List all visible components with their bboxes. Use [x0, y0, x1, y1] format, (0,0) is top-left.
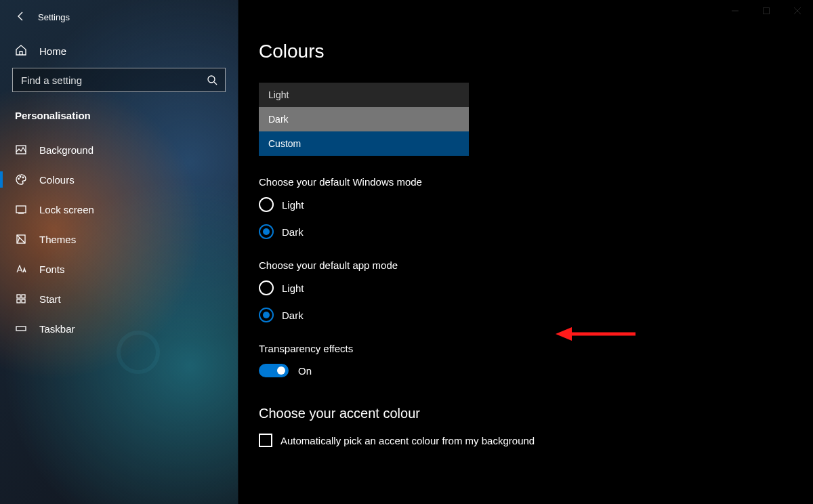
radio-icon [259, 308, 274, 322]
fonts-icon [15, 263, 27, 275]
dropdown-option-dark[interactable]: Dark [259, 107, 469, 131]
sidebar-item-label: Fonts [39, 264, 65, 275]
svg-point-3 [20, 176, 21, 177]
back-button[interactable] [15, 11, 26, 24]
svg-point-4 [22, 177, 24, 178]
app-mode-light-radio[interactable]: Light [259, 280, 813, 295]
sidebar-item-label: Background [39, 144, 93, 156]
search-input[interactable] [12, 68, 226, 92]
radio-label: Light [282, 282, 304, 294]
sidebar-item-label: Colours [39, 174, 75, 186]
transparency-state-label: On [298, 365, 312, 377]
svg-point-0 [208, 76, 215, 83]
start-icon [15, 293, 27, 305]
transparency-heading: Transparency effects [259, 343, 813, 354]
radio-label: Light [282, 199, 304, 211]
lock-screen-icon [15, 203, 27, 215]
app-mode-heading: Choose your default app mode [259, 259, 813, 271]
dropdown-option-custom[interactable]: Custom [259, 131, 469, 156]
windows-mode-heading: Choose your default Windows mode [259, 176, 813, 188]
app-title: Settings [38, 12, 70, 22]
search-icon [207, 75, 217, 88]
svg-rect-5 [16, 206, 26, 213]
taskbar-icon [15, 322, 27, 335]
windows-mode-dark-radio[interactable]: Dark [259, 224, 813, 239]
sidebar-item-start[interactable]: Start [0, 284, 238, 314]
colour-mode-dropdown[interactable]: Light Dark Custom [259, 83, 469, 156]
sidebar-item-label: Start [39, 293, 61, 305]
home-icon [15, 44, 27, 58]
sidebar-item-colours[interactable]: Colours [0, 165, 238, 194]
svg-rect-11 [16, 327, 26, 331]
sidebar-item-taskbar[interactable]: Taskbar [0, 314, 238, 343]
page-title: Colours [259, 41, 813, 62]
sidebar-section-personalisation: Personalisation [0, 102, 238, 135]
sidebar-item-themes[interactable]: Themes [0, 224, 238, 254]
palette-icon [15, 173, 27, 186]
dropdown-option-light[interactable]: Light [259, 83, 469, 107]
auto-accent-checkbox-row[interactable]: Automatically pick an accent colour from… [259, 434, 813, 447]
annotation-arrow [556, 325, 637, 343]
sidebar-item-lock-screen[interactable]: Lock screen [0, 194, 238, 224]
radio-icon [259, 197, 274, 212]
window-caption-buttons [720, 0, 813, 22]
maximize-button[interactable] [751, 0, 782, 22]
svg-marker-13 [556, 327, 572, 341]
settings-window: Settings Home Personalisation Background [0, 0, 813, 504]
svg-rect-8 [22, 295, 25, 298]
sidebar-home[interactable]: Home [0, 40, 238, 68]
sidebar-nav: Background Colours Lock screen Themes Fo… [0, 135, 238, 343]
svg-rect-9 [17, 299, 20, 303]
accent-colour-heading: Choose your accent colour [259, 406, 813, 421]
themes-icon [15, 233, 27, 245]
transparency-toggle[interactable] [259, 364, 289, 377]
close-button[interactable] [782, 0, 813, 22]
image-icon [15, 144, 27, 156]
minimize-button[interactable] [720, 0, 751, 22]
sidebar-item-fonts[interactable]: Fonts [0, 254, 238, 284]
radio-label: Dark [282, 310, 304, 321]
svg-rect-15 [764, 8, 770, 14]
radio-label: Dark [282, 226, 304, 238]
windows-mode-light-radio[interactable]: Light [259, 197, 813, 212]
checkbox-icon [259, 434, 272, 447]
svg-point-2 [18, 178, 20, 180]
main-content: Colours Light Dark Custom Choose your de… [238, 0, 813, 504]
radio-icon [259, 224, 274, 239]
sidebar-item-label: Taskbar [39, 323, 75, 335]
sidebar-item-background[interactable]: Background [0, 135, 238, 165]
app-mode-dark-radio[interactable]: Dark [259, 308, 813, 322]
sidebar-item-label: Lock screen [39, 204, 94, 215]
sidebar-item-label: Themes [39, 234, 76, 245]
sidebar: Settings Home Personalisation Background [0, 0, 238, 504]
svg-rect-10 [22, 299, 25, 303]
sidebar-home-label: Home [39, 45, 66, 57]
auto-accent-label: Automatically pick an accent colour from… [280, 435, 535, 446]
svg-rect-7 [17, 295, 20, 298]
radio-icon [259, 280, 274, 295]
